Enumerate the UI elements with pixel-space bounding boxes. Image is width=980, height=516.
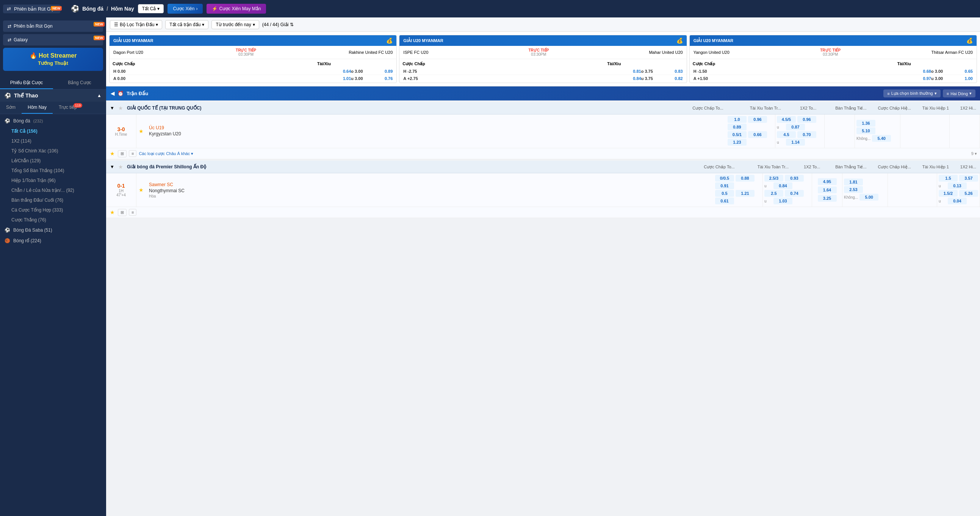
- sidebar-item-bong-da[interactable]: ⚽ Bóng đá (232): [0, 116, 106, 126]
- ban-val-1a[interactable]: 1.36: [856, 120, 875, 127]
- away-team-1[interactable]: Kyrgyzstan U20: [149, 131, 723, 137]
- ban2-val-1c[interactable]: 5.00: [859, 194, 878, 201]
- tai-val-1[interactable]: 0.96: [797, 116, 816, 123]
- chap2-chip-1[interactable]: 0/0.5: [715, 175, 734, 182]
- match-star-2b[interactable]: ★: [109, 209, 116, 216]
- home-team-1[interactable]: Úc U19: [149, 125, 723, 131]
- tab-som[interactable]: Sớm: [0, 102, 22, 114]
- league-header-2[interactable]: ▼ ★ Giải bóng đá Premier Shillong Ấn Độ …: [106, 161, 980, 173]
- hiep1-val-1b[interactable]: 5.26: [959, 190, 978, 197]
- league-star-2[interactable]: ★: [118, 163, 124, 170]
- chap-chip-1[interactable]: 1.0: [728, 116, 746, 123]
- hiep1-u-val-1b[interactable]: 0.04: [948, 197, 967, 204]
- match-count-1: 9 ▾: [971, 151, 977, 156]
- sidebar-item-bong-ro[interactable]: 🏀 Bóng rổ (224): [0, 236, 106, 246]
- xiu2-val-1[interactable]: 0.84: [773, 182, 792, 189]
- chap-u-1b[interactable]: 1.23: [728, 139, 746, 146]
- match-star-1b[interactable]: ★: [109, 150, 116, 157]
- away-team-2[interactable]: Nongthymmai SC: [149, 188, 711, 193]
- card2-odds: Cược Chấp Tài/Xiu H -2.75 0.81 o 3.75 0.…: [399, 59, 686, 83]
- chap-val-1[interactable]: 0.96: [748, 116, 767, 123]
- sidebar-phien-ban[interactable]: ⇄ Phiên bản Rút Gọn NEW: [3, 21, 103, 32]
- card2-header: GIẢI U20 MYANMAR 💰: [399, 35, 686, 46]
- tran-dau-header[interactable]: ◀ ⏰ Trận Đấu ≡ Lựa chọn bình thường ▾ ≡ …: [106, 86, 980, 100]
- tai2-label-1b[interactable]: 2.5: [764, 190, 783, 197]
- chap2-val-1[interactable]: 0.88: [735, 175, 754, 182]
- phien-ban-btn[interactable]: ⇄ Phiên bản Rút Gọn NEW: [3, 5, 60, 13]
- x2-val-3[interactable]: 3.25: [818, 195, 837, 202]
- tai2-val-1b[interactable]: 0.74: [785, 190, 804, 197]
- xiu2-val-1b[interactable]: 1.03: [773, 197, 792, 204]
- chap-chip-1b[interactable]: 0.5/1: [728, 131, 746, 138]
- sidebar-subitem-hiep1[interactable]: Hiệp 1/Toàn Trận (96): [0, 175, 106, 185]
- clock-icon: ⏰: [118, 91, 124, 96]
- chap2-u-1b[interactable]: 0.61: [715, 197, 734, 204]
- chap-val-1b[interactable]: 0.66: [748, 131, 767, 138]
- hien-tai-2: [888, 173, 937, 207]
- x2-val-1[interactable]: 4.95: [818, 178, 837, 185]
- sidebar-subitem-chan-le[interactable]: Chẵn / Lẻ của Nửa trận/... (92): [0, 185, 106, 195]
- sidebar-subitem-ty-so[interactable]: Tỷ Số Chính Xác (106): [0, 146, 106, 156]
- tai-label-1b[interactable]: 4.5: [777, 131, 796, 138]
- hiep1-u-val-1[interactable]: 0.13: [948, 182, 967, 189]
- xiu-val-1b[interactable]: 1.14: [786, 139, 805, 146]
- hiep1-val-1[interactable]: 3.57: [959, 175, 978, 182]
- cuoc-xien-btn[interactable]: Cược Xiên ›: [167, 4, 203, 14]
- league-star-1[interactable]: ★: [118, 104, 124, 112]
- tab-hom-nay[interactable]: Hôm Nay: [22, 102, 52, 114]
- cac-loai-link-1[interactable]: Các loại cược Châu Á khác ▾: [139, 151, 193, 156]
- xiu-val-1[interactable]: 0.87: [786, 124, 805, 131]
- hai-dong-btn[interactable]: ≡ Hai Dòng ▾: [943, 89, 975, 97]
- new-badge-2: NEW: [94, 22, 105, 27]
- tab-phieu-dat-cuoc[interactable]: Phiếu Đặt Cược: [0, 77, 53, 89]
- tab-bang-cuoc[interactable]: Bảng Cược: [53, 77, 106, 89]
- bo-loc-btn[interactable]: ☰ Bộ Lọc Trận Đấu ▾: [110, 20, 162, 29]
- tai2-val-1[interactable]: 0.93: [785, 175, 804, 182]
- sidebar-subitem-tong-so[interactable]: Tổng Số Bàn Thắng (104): [0, 166, 106, 175]
- sidebar-subitem-le-chan[interactable]: Lẻ/Chẵn (129): [0, 156, 106, 166]
- main-layout: ⇄ Phiên bản Rút Gọn NEW ⇄ Galaxy NEW 🔥 H…: [0, 18, 980, 516]
- lua-chon-btn[interactable]: ≡ Lựa chọn bình thường ▾: [883, 89, 940, 97]
- match-teams-1: Úc U19 Kyrgyzstan U20: [146, 115, 726, 148]
- detail-btn-2[interactable]: ⊞: [118, 209, 127, 216]
- chap2-chip-1b[interactable]: 0.5: [715, 190, 734, 197]
- match-star-2[interactable]: ★: [138, 186, 145, 194]
- hiep1-chip-1b[interactable]: 1.5/2: [939, 190, 958, 197]
- cuoc-xien-may-btn[interactable]: ⚡ Cược Xiên May Mắn: [207, 4, 266, 14]
- stats-btn-1[interactable]: ≡: [129, 150, 137, 157]
- chap-u-1[interactable]: 0.89: [728, 124, 746, 131]
- tat-ca-tran-btn[interactable]: Tất cả trận đấu ▾: [165, 20, 208, 29]
- sidebar-subitem-tat-ca[interactable]: Tất Cả (156): [0, 126, 106, 136]
- chevron-left-icon: ◀: [111, 91, 115, 96]
- hiep1-1: [950, 115, 980, 148]
- x2-val-2[interactable]: 1.64: [818, 186, 837, 193]
- chap2-val-1b[interactable]: 1.21: [735, 190, 754, 197]
- ban2-val-1b[interactable]: 2.53: [844, 186, 863, 193]
- sidebar-subitem-ban-thang-dau[interactable]: Bàn thắng Đầu/ Cuối (76): [0, 195, 106, 205]
- tat-ca-dropdown[interactable]: Tất Cả ▾: [138, 4, 164, 13]
- tab-truc-tiep[interactable]: Trực tiếp 119: [52, 102, 83, 114]
- ban2-val-1a[interactable]: 1.81: [844, 178, 863, 185]
- league-header-1[interactable]: ▼ ★ GIẢI QUỐC TẾ (TẠI TRUNG QUỐC) Cược C…: [106, 102, 980, 115]
- basketball-icon: 🏀: [5, 238, 10, 244]
- the-thao-header[interactable]: ⚽ Thể Thao ▲: [0, 89, 106, 102]
- home-team-2[interactable]: Sawmer SC: [149, 182, 711, 187]
- tai-val-1b[interactable]: 0.70: [797, 131, 816, 138]
- cuoc-chap-to-2: 0/0.5 0.88 0.91 0.5 1.21 0.61: [714, 173, 763, 207]
- match-star-1[interactable]: ★: [138, 127, 145, 135]
- ban-val-1c[interactable]: 5.40: [872, 135, 891, 142]
- stats-btn-2[interactable]: ≡: [129, 209, 137, 216]
- chap2-u-1[interactable]: 0.91: [715, 182, 734, 189]
- tu-truoc-btn[interactable]: Từ trước đến nay ▾: [212, 20, 259, 29]
- sidebar-subitem-ca-cuoc[interactable]: Cá Cược Tổng Hợp (333): [0, 205, 106, 215]
- sidebar-item-bong-da-saba[interactable]: ⚽ Bóng Đá Saba (51): [0, 225, 106, 236]
- detail-btn-1[interactable]: ⊞: [118, 150, 127, 157]
- sidebar-subitem-cuoc-thang[interactable]: Cược Thắng (76): [0, 215, 106, 225]
- match-actions-2: ★ ⊞ ≡: [106, 207, 980, 218]
- tai-label-1[interactable]: 4.5/5: [777, 116, 796, 123]
- ban-val-1b[interactable]: 5.10: [856, 127, 875, 134]
- sidebar-subitem-1x2[interactable]: 1X2 (114): [0, 136, 106, 146]
- galaxy-btn[interactable]: ⇄ Galaxy NEW: [3, 34, 103, 46]
- tai2-label-1[interactable]: 2.5/3: [764, 175, 783, 182]
- hiep1-chip-1[interactable]: 1.5: [939, 175, 958, 182]
